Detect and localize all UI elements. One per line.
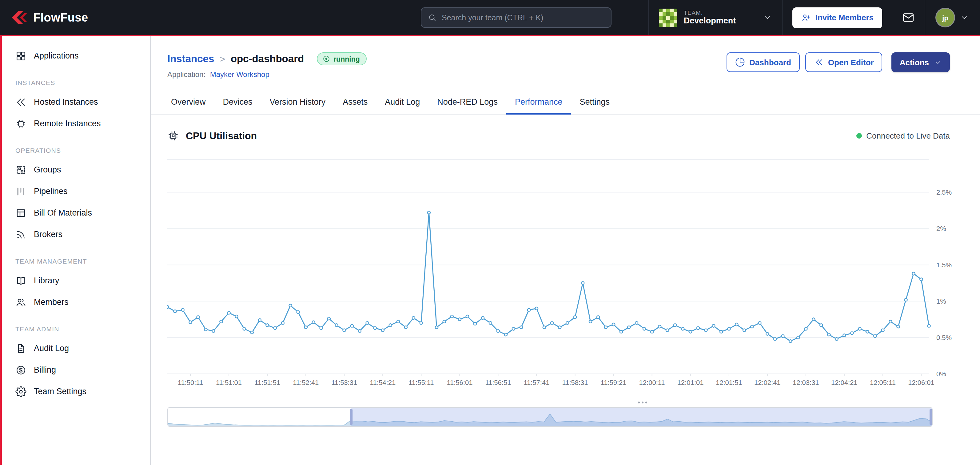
actions-button[interactable]: Actions <box>892 52 950 72</box>
live-dot-icon <box>856 133 862 139</box>
tab-audit-log[interactable]: Audit Log <box>376 91 428 115</box>
team-chevron-down-icon <box>763 13 772 22</box>
sidebar-item-team-settings[interactable]: Team Settings <box>2 380 150 402</box>
sidebar-section-team-management: TEAM MANAGEMENT <box>2 245 150 270</box>
instance-name: opc-dashboard <box>231 53 304 65</box>
live-status-label: Connected to Live Data <box>866 131 950 141</box>
svg-text:11:58:31: 11:58:31 <box>562 379 588 387</box>
search-input[interactable] <box>442 13 605 22</box>
sidebar-item-members[interactable]: Members <box>2 291 150 313</box>
navigator-grip[interactable] <box>638 401 647 403</box>
status-badge: running <box>317 52 367 65</box>
invite-members-button[interactable]: Invite Members <box>793 7 882 28</box>
cpu-chart-svg[interactable]: 0%0.5%1%1.5%2%2.5%11:50:1111:51:0111:51:… <box>167 158 965 390</box>
logo-text: FlowFuse <box>33 11 88 24</box>
navigator-right-handle[interactable] <box>929 409 932 425</box>
chart-navigator[interactable] <box>167 407 932 427</box>
cpu-chart[interactable]: 0%0.5%1%1.5%2%2.5%11:50:1111:51:0111:51:… <box>167 158 965 392</box>
svg-text:11:52:41: 11:52:41 <box>293 379 319 387</box>
applications-icon <box>15 50 27 61</box>
tab-performance[interactable]: Performance <box>506 91 571 115</box>
sidebar-section-instances: INSTANCES <box>2 67 150 91</box>
flowfuse-logo[interactable]: FlowFuse <box>11 10 88 25</box>
svg-text:11:50:11: 11:50:11 <box>178 379 203 387</box>
user-menu[interactable]: jp <box>924 0 980 35</box>
cpu-chip-icon <box>167 130 179 142</box>
navigator-left-handle[interactable] <box>350 409 353 425</box>
sidebar-item-groups[interactable]: Groups <box>2 159 150 181</box>
tab-node-red-logs[interactable]: Node-RED Logs <box>428 91 506 115</box>
invite-members-label: Invite Members <box>815 13 873 22</box>
status-badge-label: running <box>333 55 360 62</box>
audit-log-icon <box>15 343 27 354</box>
navbar-right: TEAM: Development Invite Members jp <box>649 0 980 35</box>
team-avatar-identicon <box>659 8 678 27</box>
user-chevron-down-icon <box>960 13 969 22</box>
svg-text:12:00:11: 12:00:11 <box>639 379 665 387</box>
pie-chart-icon <box>735 57 745 67</box>
sidebar-section-team-admin: TEAM ADMIN <box>2 313 150 337</box>
svg-text:11:56:01: 11:56:01 <box>447 379 473 387</box>
svg-text:0%: 0% <box>936 370 946 378</box>
flowfuse-logo-icon <box>11 10 28 25</box>
svg-text:1.5%: 1.5% <box>936 261 952 269</box>
svg-text:11:55:11: 11:55:11 <box>409 379 434 387</box>
sidebar-item-bill-of-materials[interactable]: Bill Of Materials <box>2 202 150 224</box>
notifications-button[interactable] <box>892 0 924 35</box>
sidebar-nav: ApplicationsINSTANCESHosted InstancesRem… <box>2 45 150 402</box>
actions-chevron-down-icon <box>934 58 942 66</box>
breadcrumb: Instances > opc-dashboard running <box>167 52 367 65</box>
svg-text:2%: 2% <box>936 225 946 232</box>
team-search[interactable] <box>421 7 611 28</box>
tab-version-history[interactable]: Version History <box>261 91 334 115</box>
svg-text:11:54:21: 11:54:21 <box>370 379 396 387</box>
sidebar-item-remote-instances[interactable]: Remote Instances <box>2 113 150 134</box>
breadcrumb-instances-link[interactable]: Instances <box>167 53 214 65</box>
sidebar-item-hosted-instances[interactable]: Hosted Instances <box>2 91 150 113</box>
sidebar-item-pipelines[interactable]: Pipelines <box>2 181 150 202</box>
svg-text:1%: 1% <box>936 297 946 305</box>
sidebar-item-library[interactable]: Library <box>2 270 150 291</box>
application-link[interactable]: Mayker Workshop <box>210 70 269 79</box>
sidebar: ApplicationsINSTANCESHosted InstancesRem… <box>0 36 151 465</box>
groups-icon <box>15 164 27 175</box>
sidebar-item-brokers[interactable]: Brokers <box>2 224 150 245</box>
bill-of-materials-icon <box>15 207 27 218</box>
team-name: Development <box>684 16 736 26</box>
section-title-label: CPU Utilisation <box>186 130 257 141</box>
hosted-instances-icon <box>15 96 27 107</box>
cpu-section-header: CPU Utilisation Connected to Live Data <box>167 130 965 150</box>
team-settings-icon <box>15 386 27 397</box>
svg-text:11:59:21: 11:59:21 <box>601 379 627 387</box>
sidebar-item-billing[interactable]: Billing <box>2 359 150 380</box>
tab-devices[interactable]: Devices <box>215 91 261 115</box>
mail-icon <box>902 11 915 24</box>
svg-text:12:02:41: 12:02:41 <box>754 379 781 387</box>
team-label: TEAM: <box>684 9 736 16</box>
open-editor-button[interactable]: Open Editor <box>805 52 883 72</box>
svg-text:11:51:01: 11:51:01 <box>216 379 242 387</box>
dashboard-button[interactable]: Dashboard <box>727 52 800 72</box>
svg-text:11:57:41: 11:57:41 <box>523 379 549 387</box>
svg-text:12:01:51: 12:01:51 <box>716 379 742 387</box>
svg-text:11:56:51: 11:56:51 <box>485 379 511 387</box>
svg-text:0.5%: 0.5% <box>936 334 952 342</box>
page-header: Instances > opc-dashboard running Applic… <box>167 52 965 79</box>
navigator-svg[interactable] <box>168 408 932 426</box>
sidebar-item-audit-log[interactable]: Audit Log <box>2 337 150 359</box>
tab-settings[interactable]: Settings <box>571 91 618 115</box>
tab-assets[interactable]: Assets <box>334 91 376 115</box>
navigator-box[interactable] <box>167 407 932 427</box>
team-selector[interactable]: TEAM: Development <box>649 0 783 35</box>
dashboard-button-label: Dashboard <box>749 58 791 67</box>
top-navbar: FlowFuse TEAM: <box>0 0 980 36</box>
navigator-selection[interactable] <box>351 408 932 426</box>
pipelines-icon <box>15 186 27 197</box>
tab-overview[interactable]: Overview <box>162 91 215 115</box>
cpu-section: CPU Utilisation Connected to Live Data 0… <box>167 130 965 427</box>
sidebar-item-applications[interactable]: Applications <box>2 45 150 67</box>
open-editor-button-label: Open Editor <box>828 58 874 67</box>
tabs: OverviewDevicesVersion HistoryAssetsAudi… <box>151 91 980 115</box>
app-root: FlowFuse TEAM: <box>0 0 980 465</box>
running-status-icon <box>322 55 330 63</box>
